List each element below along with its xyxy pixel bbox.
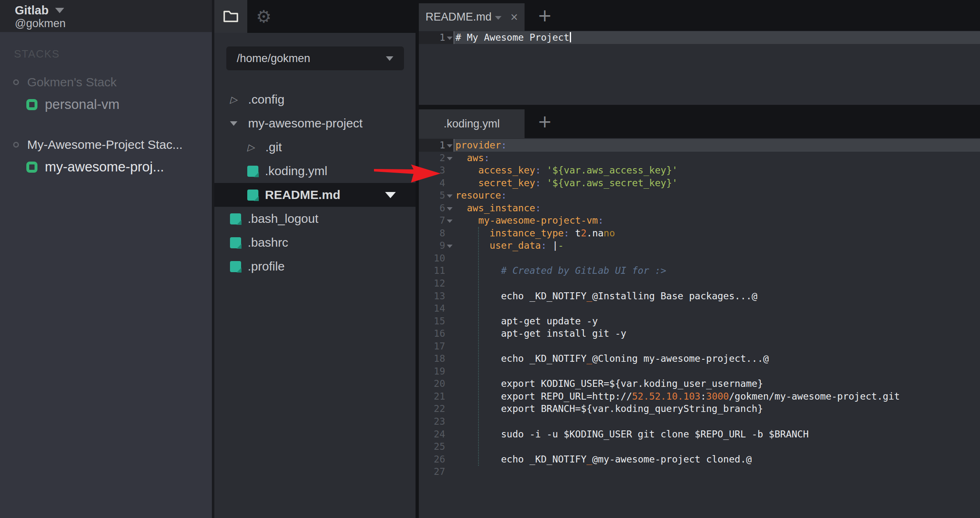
koding-yml-editor[interactable]: 1provider:2 aws:3 access_key: '${var.aws… <box>419 138 980 518</box>
chevron-down-icon[interactable] <box>385 192 396 198</box>
machine-name: my-awesome-proj... <box>45 159 164 175</box>
code-line[interactable]: 23 <box>419 415 980 428</box>
code-line[interactable]: 15 apt-get update -y <box>419 315 980 328</box>
stack-name: Gokmen's Stack <box>27 75 116 89</box>
line-number: 3 <box>419 164 445 177</box>
fold-spacer <box>445 252 453 265</box>
fold-caret-icon[interactable] <box>445 189 453 202</box>
username: @gokmen <box>15 17 212 30</box>
fold-spacer <box>445 164 453 177</box>
fold-caret-icon[interactable] <box>445 239 453 252</box>
line-number: 4 <box>419 177 445 190</box>
tab-readme-md[interactable]: README.md × <box>419 3 525 31</box>
fold-caret-icon[interactable] <box>445 152 453 164</box>
code-line[interactable]: 7 my-awesome-project-vm: <box>419 214 980 227</box>
chevron-right-icon[interactable]: ▷ <box>230 94 248 105</box>
close-icon[interactable]: × <box>511 11 518 23</box>
code-line[interactable]: 4 secret_key: '${var.aws_secret_key}' <box>419 177 980 190</box>
tab-label: README.md <box>425 11 492 23</box>
tree-item[interactable]: my-awesome-project <box>214 111 416 135</box>
line-number: 12 <box>419 277 445 290</box>
gear-icon: ⚙ <box>256 7 272 27</box>
code-line[interactable]: 12 <box>419 277 980 290</box>
code-line[interactable]: 19 <box>419 365 980 378</box>
tree-item[interactable]: .bashrc <box>214 231 416 254</box>
code-line[interactable]: 6 aws_instance: <box>419 202 980 215</box>
fold-caret-icon[interactable] <box>445 202 453 215</box>
fold-spacer <box>445 290 453 303</box>
code-text: echo _KD_NOTIFY_@Installing Base package… <box>453 290 980 303</box>
koding-yml-tabbar: .koding.yml + <box>419 105 980 138</box>
code-line[interactable]: 20 export KODING_USER=${var.koding_user_… <box>419 377 980 390</box>
new-tab-button[interactable]: + <box>535 105 554 138</box>
chevron-right-icon[interactable]: ▷ <box>247 142 265 153</box>
code-line[interactable]: 24 sudo -i -u $KODING_USER git clone $RE… <box>419 428 980 441</box>
tree-item-label: my-awesome-project <box>248 116 362 130</box>
tree-item[interactable]: README.md <box>214 183 416 207</box>
tab-label: .koding.yml <box>444 118 500 130</box>
tab-koding-yml[interactable]: .koding.yml <box>419 109 525 138</box>
text-cursor <box>570 32 571 42</box>
line-number: 17 <box>419 340 445 353</box>
gutter: 13 <box>419 290 453 303</box>
file-tree: ▷.configmy-awesome-project▷.git.koding.y… <box>214 88 416 278</box>
tree-item[interactable]: .koding.yml <box>214 159 416 183</box>
code-line[interactable]: 11 # Created by GitLab UI for :> <box>419 264 980 277</box>
readme-editor[interactable]: 1# My Awesome Project <box>419 31 980 105</box>
file-icon <box>247 190 258 201</box>
tree-item[interactable]: .bash_logout <box>214 207 416 231</box>
new-tab-button[interactable]: + <box>535 0 554 31</box>
code-line[interactable]: 5resource: <box>419 189 980 202</box>
fold-spacer <box>445 415 453 428</box>
tree-item-label: .profile <box>248 259 285 273</box>
code-line[interactable]: 1provider: <box>419 139 980 152</box>
path-selector[interactable]: /home/gokmen <box>226 46 404 70</box>
tree-item[interactable]: ▷.config <box>214 88 416 111</box>
stack-item[interactable]: Gokmen's Stack <box>0 73 212 92</box>
gutter: 2 <box>419 152 453 164</box>
code-line[interactable]: 3 access_key: '${var.aws_access_key}' <box>419 164 980 177</box>
line-number: 8 <box>419 227 445 240</box>
code-line[interactable]: 16 apt-get install git -y <box>419 327 980 340</box>
tree-item-label: .git <box>265 140 282 154</box>
fold-caret-icon[interactable] <box>445 214 453 227</box>
stack-name: My-Awesome-Project Stac... <box>27 138 183 152</box>
code-line[interactable]: 21 export REPO_URL=http://52.52.10.103:3… <box>419 390 980 403</box>
code-line[interactable]: 26 echo _KD_NOTIFY_@my-awesome-project c… <box>419 453 980 466</box>
tab-settings[interactable]: ⚙ <box>247 0 280 33</box>
fold-spacer <box>445 377 453 390</box>
code-line[interactable]: 8 instance_type: t2.nano <box>419 227 980 240</box>
code-line[interactable]: 22 export BRANCH=${var.koding_queryStrin… <box>419 402 980 415</box>
tree-item[interactable]: .profile <box>214 254 416 278</box>
line-number: 14 <box>419 302 445 315</box>
chevron-down-icon[interactable] <box>230 121 248 126</box>
code-line[interactable]: 13 echo _KD_NOTIFY_@Installing Base pack… <box>419 290 980 303</box>
editor-pane-readme: README.md × + 1# My Awesome Project <box>419 0 980 105</box>
code-line[interactable]: 17 <box>419 340 980 353</box>
tab-files[interactable] <box>214 0 247 33</box>
code-line[interactable]: 25 <box>419 440 980 453</box>
tab-menu-caret-icon[interactable] <box>495 16 502 20</box>
code-text: echo _KD_NOTIFY_@Cloning my-awesome-proj… <box>453 352 980 365</box>
code-line[interactable]: 9 user_data: |- <box>419 239 980 252</box>
tree-item[interactable]: ▷.git <box>214 135 416 159</box>
team-switcher[interactable]: Gitlab @gokmen <box>0 0 212 32</box>
machine-name: personal-vm <box>45 97 120 112</box>
stack-item[interactable]: My-Awesome-Project Stac... <box>0 135 212 154</box>
code-line[interactable]: 1# My Awesome Project <box>419 31 980 44</box>
code-line[interactable]: 14 <box>419 302 980 315</box>
code-line[interactable]: 2 aws: <box>419 152 980 164</box>
fold-caret-icon[interactable] <box>445 31 453 44</box>
gutter: 12 <box>419 277 453 290</box>
code-line[interactable]: 18 echo _KD_NOTIFY_@Cloning my-awesome-p… <box>419 352 980 365</box>
fold-caret-icon[interactable] <box>445 139 453 152</box>
code-line[interactable]: 10 <box>419 252 980 265</box>
machine-item[interactable]: my-awesome-proj... <box>0 154 212 180</box>
line-number: 7 <box>419 214 445 227</box>
machine-item[interactable]: personal-vm <box>0 92 212 117</box>
sidebar: Gitlab @gokmen STACKS Gokmen's Stackpers… <box>0 0 212 518</box>
code-line[interactable]: 27 <box>419 465 980 478</box>
line-number: 1 <box>419 139 445 152</box>
code-text <box>453 302 980 315</box>
fold-spacer <box>445 402 453 415</box>
